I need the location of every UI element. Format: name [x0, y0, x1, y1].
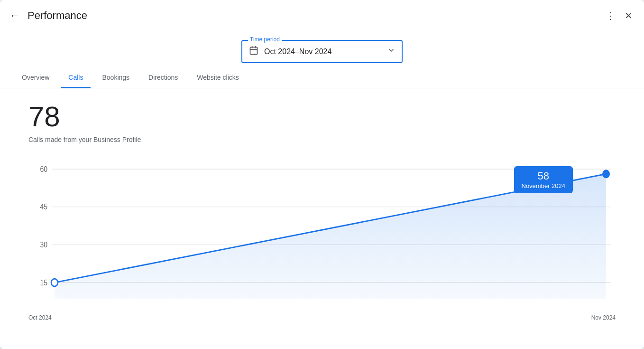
- svg-point-15: [602, 170, 610, 178]
- svg-marker-12: [55, 174, 606, 299]
- dropdown-arrow-icon: [387, 47, 395, 57]
- page-title: Performance: [28, 9, 87, 22]
- close-button[interactable]: ✕: [623, 8, 635, 23]
- back-icon: ←: [9, 9, 20, 22]
- calendar-icon: [249, 46, 258, 57]
- header: ← Performance ⋮ ✕: [0, 0, 644, 31]
- svg-rect-0: [250, 47, 258, 54]
- chart-area: 58 November 2024 60 45 30 15: [28, 153, 616, 310]
- close-icon: ✕: [625, 10, 633, 21]
- svg-text:60: 60: [40, 165, 47, 173]
- x-label-end: Nov 2024: [591, 314, 616, 321]
- tabs: Overview Calls Bookings Directions Websi…: [0, 68, 644, 88]
- time-period-wrapper: Time period Oct 2024–Nov 2024: [241, 40, 403, 63]
- x-label-start: Oct 2024: [28, 314, 52, 321]
- tab-website-clicks[interactable]: Website clicks: [189, 68, 246, 88]
- time-period-label: Time period: [248, 36, 282, 43]
- main-content: 78 Calls made from your Business Profile…: [0, 88, 644, 349]
- svg-text:15: 15: [40, 278, 47, 287]
- tab-bookings[interactable]: Bookings: [94, 68, 137, 88]
- header-actions: ⋮ ✕: [604, 8, 635, 23]
- x-axis-labels: Oct 2024 Nov 2024: [28, 311, 616, 321]
- tab-calls[interactable]: Calls: [61, 68, 91, 88]
- tab-directions[interactable]: Directions: [141, 68, 185, 88]
- tab-overview[interactable]: Overview: [14, 68, 57, 88]
- more-icon: ⋮: [606, 10, 615, 21]
- time-period-select[interactable]: Oct 2024–Nov 2024: [242, 41, 402, 62]
- chart-svg: 60 45 30 15: [28, 153, 616, 310]
- performance-card: ← Performance ⋮ ✕ Time period: [0, 0, 644, 349]
- time-period-section: Time period Oct 2024–Nov 2024: [0, 40, 644, 63]
- stat-label: Calls made from your Business Profile: [28, 136, 616, 143]
- svg-text:45: 45: [40, 203, 47, 211]
- more-options-button[interactable]: ⋮: [604, 8, 617, 23]
- time-period-value: Oct 2024–Nov 2024: [264, 47, 382, 56]
- svg-text:30: 30: [40, 240, 47, 249]
- back-button[interactable]: ←: [9, 8, 24, 24]
- stat-number: 78: [28, 103, 616, 131]
- svg-point-14: [51, 279, 58, 286]
